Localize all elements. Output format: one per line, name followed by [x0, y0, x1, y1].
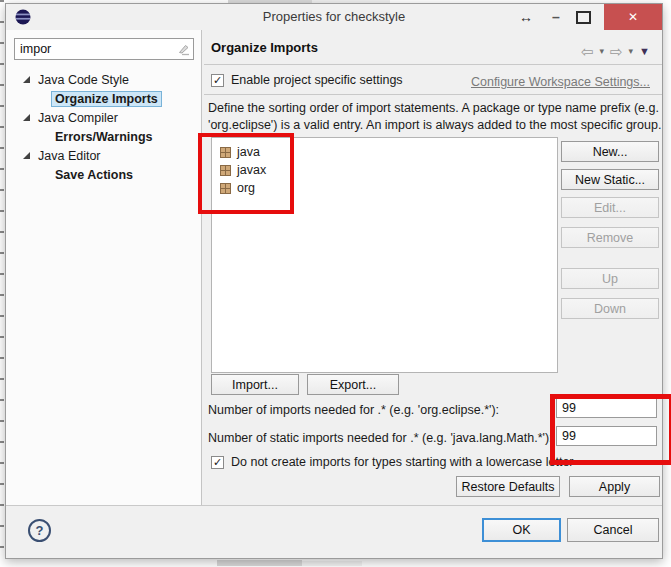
list-item-label: org — [237, 181, 255, 195]
package-icon — [220, 165, 231, 176]
back-dropdown-icon[interactable]: ▾ — [599, 47, 604, 56]
lowercase-imports-label: Do not create imports for types starting… — [231, 455, 574, 469]
help-button[interactable]: ? — [28, 519, 51, 542]
tree-item-java-compiler[interactable]: Java Compiler — [6, 108, 201, 127]
properties-dialog: Properties for checkstyle ↔ – ✕ Java Cod… — [5, 3, 663, 559]
list-item-label: javax — [237, 163, 266, 177]
edit-button: Edit... — [561, 197, 659, 218]
tree-item-label: Java Compiler — [38, 111, 118, 125]
tree-item-label-selected: Organize Imports — [51, 91, 162, 107]
imports-needed-label: Number of imports needed for .* (e.g. 'o… — [208, 403, 499, 417]
apply-button[interactable]: Apply — [569, 476, 660, 497]
background-app-left-strip — [0, 0, 4, 567]
background-app-bottom-fragment — [302, 561, 362, 566]
page-title: Organize Imports — [211, 40, 318, 55]
sidebar: Java Code Style Organize Imports Java Co… — [6, 30, 202, 506]
enable-project-settings-label: Enable project specific settings — [231, 73, 403, 87]
tree-item-label: Errors/Warnings — [51, 129, 156, 145]
import-order-list[interactable]: java javax org — [211, 137, 558, 373]
resize-icon[interactable]: ↔ — [514, 4, 538, 30]
maximize-icon — [576, 11, 591, 24]
history-navigation: ⇦ ▾ ⇨ ▾ ▼ — [581, 44, 650, 59]
package-icon — [220, 147, 231, 158]
description-line-1: Define the sorting order of import state… — [208, 101, 659, 115]
forward-arrow-icon[interactable]: ⇨ — [610, 44, 623, 59]
description-line-2: 'org.eclipse') is a valid entry. An impo… — [208, 118, 661, 132]
header-divider — [204, 64, 662, 65]
static-imports-needed-input[interactable] — [556, 426, 657, 446]
tree-item-label: Save Actions — [51, 167, 137, 183]
cancel-button[interactable]: Cancel — [567, 518, 659, 542]
down-button: Down — [561, 298, 659, 319]
clear-filter-icon[interactable] — [176, 42, 190, 56]
lowercase-imports-row: ✓ Do not create imports for types starti… — [211, 455, 574, 469]
expand-triangle-icon[interactable] — [23, 152, 30, 159]
filter-box — [14, 38, 194, 60]
configure-workspace-settings-link[interactable]: Configure Workspace Settings... — [471, 75, 650, 89]
tree-item-label: Java Editor — [38, 149, 101, 163]
close-icon: ✕ — [628, 10, 638, 24]
up-button: Up — [561, 268, 659, 289]
tree-item-label: Java Code Style — [38, 73, 129, 87]
package-icon — [220, 183, 231, 194]
minimize-button[interactable]: – — [544, 4, 568, 30]
ok-button[interactable]: OK — [482, 518, 561, 542]
list-item-label: java — [237, 145, 260, 159]
footer-divider — [6, 505, 662, 506]
list-item-org[interactable]: org — [212, 179, 557, 197]
titlebar[interactable]: Properties for checkstyle ↔ – ✕ — [6, 4, 662, 30]
close-button[interactable]: ✕ — [604, 4, 662, 30]
maximize-button[interactable] — [571, 4, 595, 30]
list-item-javax[interactable]: javax — [212, 161, 557, 179]
tree-item-errors-warnings[interactable]: Errors/Warnings — [6, 127, 201, 146]
static-imports-needed-label: Number of static imports needed for .* (… — [208, 431, 553, 445]
imports-needed-input[interactable] — [556, 398, 657, 418]
section-divider — [204, 94, 662, 95]
help-icon: ? — [36, 523, 44, 538]
tree-item-java-editor[interactable]: Java Editor — [6, 146, 201, 165]
lowercase-imports-checkbox[interactable]: ✓ — [211, 456, 224, 469]
back-arrow-icon[interactable]: ⇦ — [581, 44, 594, 59]
new-button[interactable]: New... — [561, 141, 659, 162]
forward-dropdown-icon[interactable]: ▾ — [629, 47, 634, 56]
remove-button: Remove — [561, 227, 659, 248]
view-menu-icon[interactable]: ▼ — [639, 46, 650, 57]
tree-item-organize-imports[interactable]: Organize Imports — [6, 89, 201, 108]
list-item-java[interactable]: java — [212, 143, 557, 161]
filter-input[interactable] — [14, 38, 194, 60]
export-button[interactable]: Export... — [307, 374, 399, 395]
preferences-tree: Java Code Style Organize Imports Java Co… — [6, 60, 201, 184]
restore-defaults-button[interactable]: Restore Defaults — [456, 476, 560, 497]
background-app-bottom-fragment — [217, 560, 302, 566]
tree-item-java-code-style[interactable]: Java Code Style — [6, 70, 201, 89]
enable-project-settings-row: ✓ Enable project specific settings — [211, 73, 403, 87]
enable-project-settings-checkbox[interactable]: ✓ — [211, 74, 224, 87]
expand-triangle-icon[interactable] — [23, 76, 30, 83]
new-static-button[interactable]: New Static... — [561, 169, 659, 190]
expand-triangle-icon[interactable] — [23, 114, 30, 121]
import-button[interactable]: Import... — [211, 374, 299, 395]
tree-item-save-actions[interactable]: Save Actions — [6, 165, 201, 184]
